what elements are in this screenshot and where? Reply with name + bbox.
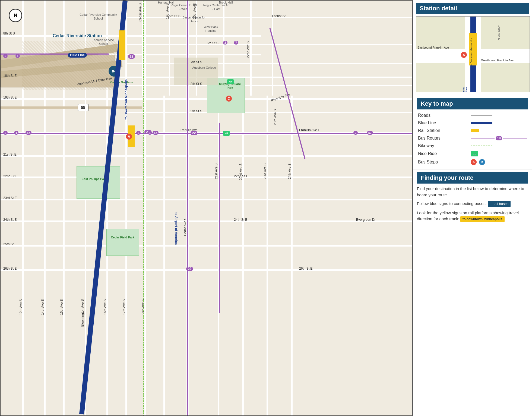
21st-st-road — [1, 155, 413, 157]
niceride-marker-1: NR — [223, 131, 230, 136]
route1-v — [219, 123, 220, 313]
arrow-icon: ← — [490, 201, 493, 207]
key-niceride-label: Nice Ride — [417, 150, 470, 158]
label-24th-st-e-r: 24th St E — [234, 218, 247, 222]
bikeway-v — [143, 1, 144, 416]
route2-badge-mid: 2 — [136, 131, 141, 135]
east-phillips-park — [77, 166, 120, 199]
main-container: N 94 55 2 1 2 1 57 22 22 22 2 1 57 2 57 … — [0, 0, 532, 416]
route2-badge-ul: 2 — [3, 54, 8, 58]
key-busstops-label: Bus Stops — [417, 158, 470, 166]
detail-stop-a: A — [461, 52, 467, 58]
key-busstops-symbol: A B — [470, 158, 528, 166]
label-cedar-riverside-school: Cedar Riverside Community School — [79, 13, 117, 21]
route2-badge-top-right: 2 — [223, 41, 227, 45]
detail-right-label1: Cedar Ave S — [498, 25, 501, 40]
24th-ave-road — [291, 96, 293, 416]
key-busroutes-row: Bus Routes 18 — [417, 134, 528, 142]
station-detail-section: Station detail A Eastbound Franklin Ave … — [413, 0, 532, 95]
6th-st-road — [125, 44, 413, 45]
9th-st-road — [125, 112, 413, 113]
label-augsburg: Augsburg College — [191, 66, 218, 70]
label-21st-st-e: 21st St E — [3, 153, 17, 156]
route22-badge-upper: 22 — [128, 54, 135, 59]
stop-c-marker: C — [226, 96, 232, 102]
freeway-hatching — [22, 41, 117, 90]
label-16th-ave-s: 16th Ave S — [103, 299, 107, 315]
key-roads-symbol — [470, 112, 528, 119]
key-busroutes-label: Bus Routes — [417, 134, 470, 142]
cedar-field-park — [106, 229, 139, 256]
route2-badge-right: 2 — [353, 131, 358, 135]
map-area: N 94 55 2 1 2 1 57 22 22 22 2 1 57 2 57 … — [0, 0, 413, 416]
label-22nd-ave-s: 22nd Ave S — [239, 163, 243, 180]
finding-text3-container: Look for the yellow signs on rail platfo… — [417, 210, 528, 222]
detail-westbound-label: Westbound Franklin Ave — [481, 59, 514, 62]
label-21st-ave-s: 21st Ave S — [214, 163, 218, 179]
label-17th-ave-s: 17th Ave S — [122, 299, 126, 315]
22nd-upper-road — [250, 1, 252, 96]
detail-blue-line-label: Blue Line — [462, 82, 468, 92]
route2-franklin-h — [1, 133, 413, 134]
key-busstops-row: Bus Stops A B — [417, 158, 528, 166]
key-bikeway-label: Bikeway — [417, 142, 470, 150]
label-5th-st-s: 5th St S — [169, 14, 180, 18]
22nd-st-road — [1, 177, 413, 178]
22nd-ave-road — [242, 96, 244, 416]
key-section: Key to map Roads Blue Line Rail Station — [413, 95, 532, 169]
label-8th-st-s: 8th St S — [3, 31, 15, 35]
detail-eastbound-label: Eastbound Franklin Ave — [417, 46, 449, 49]
label-18th-st-e: 18th St E — [3, 74, 17, 78]
finding-text2-container: Follow blue signs to connecting buses: ←… — [417, 201, 528, 207]
key-railstation-label: Rail Station — [417, 127, 470, 134]
label-west-bank-housing: West Bank Housing — [199, 25, 223, 33]
label-23rd-ave-right: 23rd Ave S — [273, 109, 277, 125]
label-9th-st-s: 9th St S — [191, 109, 202, 113]
label-18th-ave-s: 18th Ave S — [141, 299, 145, 315]
label-26th-st-e-r: 26th St E — [299, 267, 312, 270]
label-19th-ave-upper: 19th Ave S — [166, 3, 169, 19]
8th-st-upper-road — [125, 85, 413, 86]
hwy55-road — [1, 106, 142, 109]
key-header: Key to map — [417, 98, 528, 109]
key-bikeway-symbol — [470, 142, 528, 150]
label-23rd-ave-s: 23rd Ave S — [263, 163, 267, 179]
18th-ave-road — [144, 1, 146, 416]
label-evergreen-dr: Evergreen Dr — [356, 218, 375, 222]
route2-badge-fl: 2 — [3, 131, 8, 135]
key-blueline-symbol — [470, 119, 528, 127]
direction-airport: to Airport of America — [174, 212, 178, 245]
label-15th-ave-s: 15th Ave S — [60, 299, 64, 315]
key-niceride-symbol: 🚲 — [470, 150, 528, 158]
label-23rd-st-e: 23rd St E — [3, 196, 17, 200]
route1-badge-fl: 1 — [14, 131, 18, 135]
key-railstation-symbol — [470, 127, 528, 134]
station-detail-map: A Eastbound Franklin Ave Westbound Frank… — [416, 16, 530, 92]
key-railstation-row: Rail Station — [417, 127, 528, 134]
cedar-riverside-station-label: Cedar-Riverside Station — [53, 33, 102, 39]
label-cedar-ave-s: Cedar Ave S — [183, 218, 187, 236]
label-12th-ave-s: 12th Ave S — [19, 299, 23, 315]
blue-bus-badge: ← all buses — [488, 201, 511, 207]
route22-badge-cedar: 22 — [191, 131, 197, 135]
label-korean-service: Korean Service Center — [90, 38, 117, 46]
label-22nd-st-e: 22nd St E — [3, 174, 18, 178]
riverside-bus-route — [269, 27, 305, 159]
route22-cedar-v — [187, 1, 188, 416]
station-detail-header: Station detail — [416, 3, 529, 14]
key-blueline-row: Blue Line — [417, 119, 528, 127]
route22-badge-bottom: 22 — [186, 267, 193, 271]
label-24th-ave-s: 24th Ave S — [288, 163, 292, 179]
label-regis-west: Regis Center for Art - West — [170, 3, 197, 11]
17th-ave-road — [125, 1, 127, 416]
compass-n: N — [14, 13, 17, 18]
label-7th-st-s: 7th St S — [191, 60, 202, 64]
8th-st-s-road — [1, 35, 261, 37]
label-bloomington-ave-s: Bloomington Ave S — [81, 299, 84, 327]
label-korean-gardens: Korean Gardens — [109, 80, 134, 84]
23rd-st-road — [1, 199, 413, 200]
26th-st-road — [1, 269, 413, 271]
25th-st-road — [1, 245, 413, 247]
label-8th-st-s-r: 8th St S — [191, 82, 202, 86]
label-22nd-ave-right: 22nd Ave S — [246, 41, 250, 58]
